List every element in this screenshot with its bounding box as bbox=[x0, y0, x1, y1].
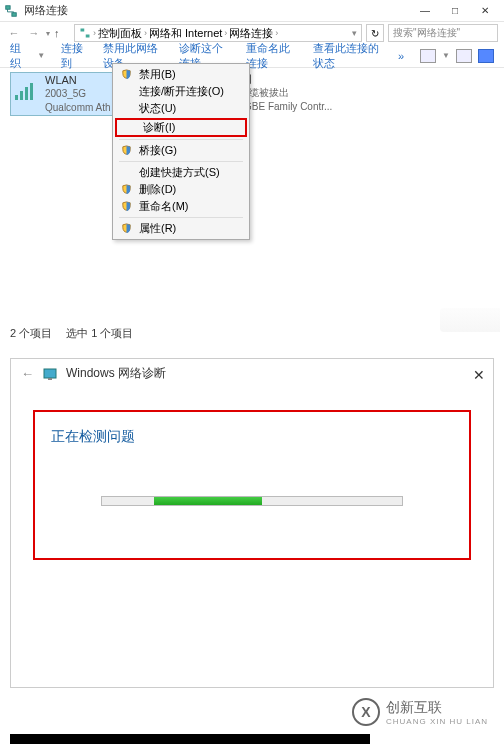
menu-delete[interactable]: 删除(D) bbox=[113, 181, 249, 198]
history-dropdown[interactable]: ▾ bbox=[46, 29, 50, 38]
search-input[interactable]: 搜索"网络连接" bbox=[388, 24, 498, 42]
menu-label: 重命名(M) bbox=[139, 199, 189, 214]
window-controls: — □ ✕ bbox=[410, 1, 500, 21]
dialog-back-button[interactable]: ← bbox=[21, 366, 34, 381]
toolbar-connect[interactable]: 连接到 bbox=[61, 41, 87, 71]
network-icon bbox=[79, 27, 91, 39]
shield-icon bbox=[119, 183, 133, 197]
context-menu: 禁用(B) 连接/断开连接(O) 状态(U) 诊断(I) 桥接(G) 创建快捷方… bbox=[112, 63, 250, 240]
network-icon bbox=[4, 4, 18, 18]
connection-ssid: 2003_5G bbox=[45, 87, 111, 101]
dialog-status-text: 正在检测问题 bbox=[51, 428, 453, 446]
menu-label: 桥接(G) bbox=[139, 143, 177, 158]
svg-rect-1 bbox=[12, 12, 16, 16]
breadcrumb-sep: › bbox=[224, 28, 227, 38]
watermark-text: 创新互联 bbox=[386, 699, 488, 717]
menu-separator bbox=[119, 217, 243, 218]
chevron-down-icon: ▼ bbox=[442, 51, 450, 60]
decorative-spot bbox=[440, 308, 500, 332]
addr-dropdown-icon[interactable]: ▾ bbox=[352, 28, 357, 38]
connections-area: WLAN 2003_5G Qualcomm Ath 以太网 网络电缆被拔出 PC… bbox=[0, 68, 504, 120]
toolbar-more[interactable]: » bbox=[398, 50, 404, 62]
shield-icon bbox=[119, 222, 133, 236]
menu-diagnose-highlight: 诊断(I) bbox=[115, 118, 247, 137]
minimize-button[interactable]: — bbox=[410, 1, 440, 21]
breadcrumb-item[interactable]: 网络连接 bbox=[229, 26, 273, 41]
breadcrumb-sep: › bbox=[93, 28, 96, 38]
shield-icon bbox=[119, 200, 133, 214]
menu-connect-disconnect[interactable]: 连接/断开连接(O) bbox=[113, 83, 249, 100]
status-bar: 2 个项目 选中 1 个项目 bbox=[10, 326, 133, 341]
menu-label: 属性(R) bbox=[139, 221, 176, 236]
menu-label: 诊断(I) bbox=[143, 120, 175, 135]
connection-adapter: Qualcomm Ath bbox=[45, 101, 111, 115]
back-button[interactable]: ← bbox=[6, 25, 22, 41]
watermark-subtext: CHUANG XIN HU LIAN bbox=[386, 717, 488, 726]
menu-label: 删除(D) bbox=[139, 182, 176, 197]
menu-separator bbox=[119, 161, 243, 162]
svg-rect-2 bbox=[81, 29, 85, 32]
toolbar-rename[interactable]: 重命名此连接 bbox=[246, 41, 297, 71]
menu-status[interactable]: 状态(U) bbox=[113, 100, 249, 117]
close-button[interactable]: ✕ bbox=[470, 1, 500, 21]
menu-label: 创建快捷方式(S) bbox=[139, 165, 220, 180]
toolbar-organize[interactable]: 组织 bbox=[10, 41, 27, 71]
item-count: 2 个项目 bbox=[10, 326, 52, 341]
menu-separator bbox=[119, 139, 243, 140]
toolbar: 组织 ▼ 连接到 禁用此网络设备 诊断这个连接 重命名此连接 查看此连接的状态 … bbox=[0, 44, 504, 68]
menu-rename[interactable]: 重命名(M) bbox=[113, 198, 249, 215]
selected-count: 选中 1 个项目 bbox=[66, 326, 133, 341]
watermark-logo: X bbox=[352, 698, 380, 726]
connection-info: WLAN 2003_5G Qualcomm Ath bbox=[45, 73, 111, 115]
menu-disable[interactable]: 禁用(B) bbox=[113, 66, 249, 83]
diagnostic-dialog: ✕ ← Windows 网络诊断 正在检测问题 bbox=[10, 358, 494, 688]
menu-properties[interactable]: 属性(R) bbox=[113, 220, 249, 237]
dialog-title: Windows 网络诊断 bbox=[66, 365, 166, 382]
svg-rect-3 bbox=[86, 35, 90, 38]
menu-label: 连接/断开连接(O) bbox=[139, 84, 224, 99]
details-pane-icon[interactable] bbox=[456, 49, 472, 63]
progress-bar bbox=[101, 496, 403, 506]
window-title: 网络连接 bbox=[24, 3, 410, 18]
toolbar-view-controls: ▼ bbox=[420, 49, 494, 63]
progress-container bbox=[51, 496, 453, 506]
shield-icon bbox=[119, 144, 133, 158]
refresh-button[interactable]: ↻ bbox=[366, 24, 384, 42]
breadcrumb-sep: › bbox=[275, 28, 278, 38]
dialog-header: ← Windows 网络诊断 bbox=[11, 359, 493, 388]
progress-fill bbox=[154, 497, 262, 505]
svg-rect-6 bbox=[44, 369, 56, 378]
breadcrumb-item[interactable]: 控制面板 bbox=[98, 26, 142, 41]
toolbar-status[interactable]: 查看此连接的状态 bbox=[313, 41, 382, 71]
watermark: X 创新互联 CHUANG XIN HU LIAN bbox=[352, 698, 488, 726]
wlan-signal-icon bbox=[11, 73, 39, 107]
view-icon[interactable] bbox=[420, 49, 436, 63]
connection-name: WLAN bbox=[45, 73, 111, 87]
breadcrumb-item[interactable]: 网络和 Internet bbox=[149, 26, 222, 41]
search-placeholder: 搜索"网络连接" bbox=[393, 26, 460, 40]
help-icon[interactable] bbox=[478, 49, 494, 63]
shield-icon bbox=[119, 68, 133, 82]
dialog-close-button[interactable]: ✕ bbox=[473, 367, 485, 383]
menu-create-shortcut[interactable]: 创建快捷方式(S) bbox=[113, 164, 249, 181]
menu-label: 禁用(B) bbox=[139, 67, 176, 82]
menu-diagnose[interactable]: 诊断(I) bbox=[117, 120, 245, 135]
forward-button[interactable]: → bbox=[26, 25, 42, 41]
menu-bridge[interactable]: 桥接(G) bbox=[113, 142, 249, 159]
chevron-down-icon: ▼ bbox=[37, 51, 45, 60]
diagnostic-icon bbox=[42, 366, 58, 382]
menu-label: 状态(U) bbox=[139, 101, 176, 116]
up-button[interactable]: ↑ bbox=[54, 27, 70, 39]
window-titlebar: 网络连接 — □ ✕ bbox=[0, 0, 504, 22]
breadcrumb[interactable]: › 控制面板 › 网络和 Internet › 网络连接 › ▾ bbox=[74, 24, 362, 42]
breadcrumb-sep: › bbox=[144, 28, 147, 38]
decorative-strip bbox=[10, 734, 370, 744]
dialog-highlight-frame: 正在检测问题 bbox=[33, 410, 471, 560]
maximize-button[interactable]: □ bbox=[440, 1, 470, 21]
svg-rect-7 bbox=[48, 378, 52, 380]
svg-rect-0 bbox=[6, 5, 10, 9]
